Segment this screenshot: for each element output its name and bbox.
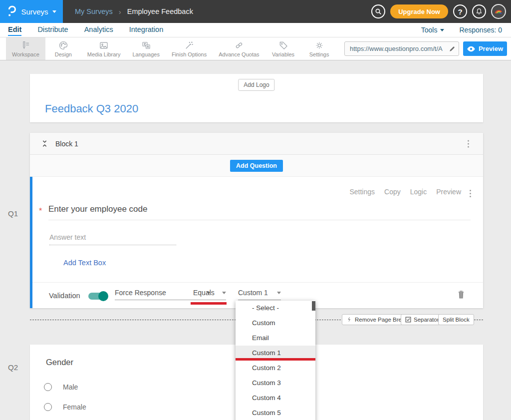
- question-text[interactable]: Enter your employee code: [48, 204, 147, 214]
- add-question-button[interactable]: Add Question: [230, 160, 283, 172]
- eye-icon: [467, 46, 475, 52]
- add-logo-button[interactable]: Add Logo: [238, 79, 274, 91]
- dropdown-option-custom-1[interactable]: Custom 1: [236, 346, 315, 361]
- custom-value: Custom 1: [238, 289, 268, 297]
- dropdown-option-select[interactable]: - Select -: [236, 301, 315, 316]
- nav-right: Tools Responses: 0: [421, 26, 503, 34]
- notifications-button[interactable]: [472, 4, 486, 18]
- split-block-label: Split Block: [443, 317, 470, 323]
- toolbar-item-languages[interactable]: Languages: [126, 37, 165, 60]
- dropdown-option-email[interactable]: Email: [236, 331, 315, 346]
- survey-title[interactable]: Feedback Q3 2020: [45, 102, 138, 115]
- top-bar: Surveys My Surveys › Employee Feedback U…: [0, 0, 511, 23]
- tab-edit[interactable]: Edit: [8, 23, 21, 36]
- custom-value-dropdown-menu: - Select - Custom Email Custom 1 Custom …: [236, 301, 315, 420]
- radio-option-male[interactable]: Male: [44, 383, 78, 391]
- dropdown-option-custom-5[interactable]: Custom 5: [236, 406, 315, 420]
- survey-header-card: Add Logo Feedback Q3 2020: [30, 74, 483, 122]
- translate-icon: [141, 40, 152, 50]
- split-block-button[interactable]: Split Block: [438, 314, 474, 325]
- question-text-underline: [48, 220, 471, 220]
- trash-icon: [457, 290, 465, 299]
- edit-url-button[interactable]: [446, 42, 459, 55]
- dropdown-option-custom-3[interactable]: Custom 3: [236, 376, 315, 391]
- block-card: Block 1 Add Question Settings Copy Logic…: [30, 133, 483, 308]
- add-text-box-link[interactable]: Add Text Box: [63, 259, 106, 267]
- editor-toolbar: Workspace Design Media Library: [0, 37, 511, 60]
- tag-icon: [278, 40, 289, 50]
- search-button[interactable]: [371, 4, 385, 18]
- question-2-gutter-label: Q2: [8, 363, 18, 372]
- breadcrumb-current-survey: Employee Feedback: [127, 7, 193, 15]
- collapse-icon: [41, 139, 48, 148]
- toolbar-item-advance-quotas[interactable]: Advance Quotas: [213, 37, 265, 60]
- radio-button-icon[interactable]: [44, 403, 52, 411]
- dropdown-scrollbar[interactable]: [312, 301, 315, 311]
- toolbar-item-workspace[interactable]: Workspace: [6, 37, 45, 60]
- force-response-value: Force Response: [115, 289, 166, 297]
- upgrade-now-button[interactable]: Upgrade Now: [390, 4, 448, 18]
- survey-canvas: Add Logo Feedback Q3 2020 Block 1 Add Qu…: [0, 60, 511, 420]
- toolbar-item-settings[interactable]: Settings: [301, 37, 337, 60]
- collapse-block-button[interactable]: [41, 139, 48, 148]
- question-copy-link[interactable]: Copy: [384, 188, 401, 196]
- operator-highlight-underline: [191, 302, 227, 305]
- remove-page-break-icon: [346, 317, 352, 323]
- tab-integration[interactable]: Integration: [129, 23, 164, 36]
- preview-label: Preview: [479, 45, 503, 52]
- search-icon: [374, 7, 382, 15]
- bell-icon: [475, 7, 483, 15]
- dropdown-option-custom[interactable]: Custom: [236, 316, 315, 331]
- product-name: Surveys: [21, 7, 48, 16]
- validation-label: Validation: [49, 292, 80, 300]
- separator-button[interactable]: Separator: [401, 314, 444, 325]
- user-avatar[interactable]: [491, 4, 506, 19]
- operator-select[interactable]: Equals: [193, 289, 226, 300]
- delete-question-button[interactable]: [457, 290, 465, 299]
- breadcrumb: My Surveys › Employee Feedback: [75, 7, 193, 16]
- pencil-icon: [449, 45, 456, 52]
- question-menu-button[interactable]: [468, 188, 473, 199]
- block-menu-button[interactable]: [466, 138, 471, 149]
- tab-analytics[interactable]: Analytics: [84, 23, 113, 36]
- question-actions: Settings Copy Logic Preview: [349, 188, 461, 196]
- answer-text-input[interactable]: [49, 233, 176, 245]
- radio-option-label: Male: [63, 383, 78, 391]
- tab-distribute[interactable]: Distribute: [37, 23, 68, 36]
- breadcrumb-my-surveys[interactable]: My Surveys: [75, 7, 113, 15]
- toolbar-item-finish-options[interactable]: Finish Options: [166, 37, 213, 60]
- toolbar-item-variables[interactable]: Variables: [265, 37, 301, 60]
- dropdown-option-custom-4[interactable]: Custom 4: [236, 391, 315, 406]
- survey-url-input[interactable]: [345, 45, 446, 52]
- required-marker: *: [39, 207, 42, 216]
- question-1-card[interactable]: Settings Copy Logic Preview * Enter your…: [30, 177, 483, 308]
- question-preview-link[interactable]: Preview: [436, 188, 461, 196]
- question-text[interactable]: Gender: [46, 358, 73, 367]
- radio-button-icon[interactable]: [44, 383, 52, 391]
- question-1-gutter-label: Q1: [8, 209, 18, 218]
- product-switcher[interactable]: Surveys: [0, 0, 63, 23]
- operator-value: Equals: [193, 289, 215, 297]
- radio-option-female[interactable]: Female: [44, 403, 86, 411]
- add-question-row: Add Question: [30, 155, 483, 177]
- help-button[interactable]: ?: [453, 4, 467, 18]
- tools-menu[interactable]: Tools: [421, 26, 445, 34]
- question-settings-link[interactable]: Settings: [349, 188, 375, 196]
- dropdown-option-custom-2[interactable]: Custom 2: [236, 361, 315, 376]
- chevron-down-icon: [222, 292, 226, 294]
- chain-icon: [234, 40, 245, 50]
- custom-value-select[interactable]: Custom 1: [238, 289, 281, 300]
- checked-checkbox-icon: [405, 317, 411, 323]
- questionpro-survey-editor: Surveys My Surveys › Employee Feedback U…: [0, 0, 511, 420]
- remove-page-break-label: Remove Page Break: [355, 317, 408, 323]
- preview-button[interactable]: Preview: [463, 41, 507, 56]
- toolbar-item-media-library[interactable]: Media Library: [81, 37, 127, 60]
- toolbar-item-design[interactable]: Design: [45, 37, 81, 60]
- question-logic-link[interactable]: Logic: [410, 188, 427, 196]
- questionpro-logo-icon: [6, 5, 17, 18]
- block-title[interactable]: Block 1: [55, 140, 78, 148]
- toggle-knob: [98, 291, 108, 301]
- breadcrumb-separator: ›: [119, 7, 121, 16]
- responses-counter[interactable]: Responses: 0: [459, 26, 502, 34]
- validation-toggle[interactable]: [88, 293, 107, 300]
